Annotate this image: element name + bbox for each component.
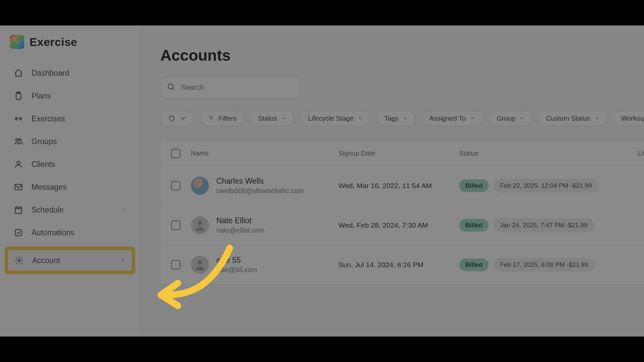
page-title: Accounts bbox=[140, 25, 644, 77]
chevron-down-icon bbox=[281, 116, 286, 121]
brand-logo-icon bbox=[10, 35, 24, 49]
col-signup[interactable]: Signup Date bbox=[338, 149, 459, 157]
calendar-icon bbox=[13, 205, 23, 215]
avatar bbox=[191, 177, 209, 195]
tags-pill[interactable]: Tags bbox=[377, 111, 416, 126]
name-cell: allie 55 allie@55.com bbox=[191, 256, 338, 274]
row-status-cell: Billed Feb 22, 2025, 12:04 PM -$21.99 bbox=[459, 179, 620, 193]
sidebar-item-account-highlight: Account bbox=[5, 247, 135, 274]
pill-label: Custom Status bbox=[546, 115, 590, 122]
sidebar-item-automations[interactable]: Automations bbox=[7, 222, 132, 243]
sidebar-item-groups[interactable]: Groups bbox=[7, 131, 132, 152]
sidebar-item-messages[interactable]: Messages bbox=[7, 176, 132, 198]
sidebar-item-exercises[interactable]: Exercises bbox=[7, 108, 132, 129]
sidebar-item-plans[interactable]: Plans bbox=[7, 85, 132, 107]
table-row[interactable]: Charles Wells cwells508@sllewselrahc.com… bbox=[161, 166, 644, 205]
pill-label: Assigned To bbox=[429, 115, 466, 122]
row-lifecycle: Client bbox=[620, 182, 644, 190]
svg-point-3 bbox=[19, 139, 21, 141]
billing-chip: Jan 24, 2025, 7:47 PM -$21.99 bbox=[493, 218, 594, 232]
svg-rect-6 bbox=[15, 207, 22, 214]
sidebar-item-label: Plans bbox=[32, 92, 51, 101]
filter-row: Filters Status Lifecycle Stage Tags Assi… bbox=[140, 98, 644, 126]
clipboard-icon bbox=[13, 91, 23, 101]
billing-chip: Feb 22, 2025, 12:04 PM -$21.99 bbox=[493, 179, 599, 193]
search-box[interactable] bbox=[160, 77, 301, 98]
pill-label: Group bbox=[497, 115, 516, 122]
sidebar-item-label: Automations bbox=[32, 228, 74, 237]
row-lifecycle: Client bbox=[620, 221, 644, 229]
chevron-right-icon bbox=[120, 257, 126, 264]
name-cell: Nate Elliot nate@elliot.com bbox=[191, 216, 338, 234]
select-all-checkbox[interactable] bbox=[161, 149, 191, 158]
dumbbell-icon bbox=[13, 114, 23, 124]
accounts-table: Name Signup Date Status Lifecycle Charle… bbox=[160, 141, 644, 285]
gear-icon bbox=[14, 255, 24, 265]
heart-icon bbox=[168, 115, 175, 122]
row-name: Nate Elliot bbox=[216, 216, 265, 225]
group-pill[interactable]: Group bbox=[489, 111, 533, 126]
lifecycle-pill[interactable]: Lifecycle Stage bbox=[300, 111, 371, 126]
row-email: cwells508@sllewselrahc.com bbox=[216, 187, 304, 195]
pill-label: Status bbox=[258, 115, 277, 122]
col-name[interactable]: Name bbox=[191, 149, 338, 157]
row-checkbox[interactable] bbox=[161, 260, 191, 269]
col-status[interactable]: Status bbox=[459, 149, 620, 157]
sidebar: Exercise Dashboard Plans Exercises bbox=[0, 25, 140, 337]
customstatus-pill[interactable]: Custom Status bbox=[538, 111, 607, 126]
chevron-right-icon bbox=[120, 205, 126, 215]
brand-name: Exercise bbox=[30, 36, 77, 49]
status-badge: Billed bbox=[459, 258, 489, 271]
filters-pill[interactable]: Filters bbox=[201, 111, 244, 126]
pill-label: Workout Plan bbox=[621, 115, 644, 122]
svg-rect-7 bbox=[15, 230, 22, 236]
sidebar-item-account[interactable]: Account bbox=[8, 250, 132, 271]
checkbox-icon bbox=[13, 228, 23, 238]
table-row[interactable]: Nate Elliot nate@elliot.com Wed, Feb 28,… bbox=[161, 205, 644, 245]
main-content: Accounts Filters Status Lifecycle Stage bbox=[140, 25, 644, 337]
row-status-cell: Billed Feb 17, 2025, 6:08 PM -$21.99 bbox=[459, 258, 620, 272]
home-icon bbox=[13, 68, 23, 78]
status-pill[interactable]: Status bbox=[250, 111, 294, 126]
brand: Exercise bbox=[0, 35, 140, 62]
row-checkbox[interactable] bbox=[161, 181, 191, 190]
row-email: nate@elliot.com bbox=[216, 227, 265, 234]
chevron-down-icon bbox=[179, 115, 187, 122]
chevron-down-icon bbox=[519, 116, 525, 121]
sidebar-item-label: Clients bbox=[32, 160, 55, 169]
chevron-down-icon bbox=[470, 116, 475, 121]
billing-chip: Feb 17, 2025, 6:08 PM -$21.99 bbox=[493, 258, 595, 272]
col-lifecycle[interactable]: Lifecycle bbox=[620, 149, 644, 157]
chevron-down-icon bbox=[594, 116, 599, 121]
search-icon bbox=[167, 82, 175, 93]
search-input[interactable] bbox=[181, 83, 294, 92]
row-lifecycle: Client bbox=[620, 261, 644, 269]
sidebar-item-label: Groups bbox=[32, 137, 57, 146]
favorites-pill[interactable] bbox=[160, 111, 195, 126]
sidebar-item-dashboard[interactable]: Dashboard bbox=[7, 62, 132, 84]
row-signup: Wed, Mar 16, 2022, 11:54 AM bbox=[338, 182, 459, 190]
name-cell: Charles Wells cwells508@sllewselrahc.com bbox=[191, 177, 338, 195]
row-name: Charles Wells bbox=[216, 177, 304, 186]
filters-label: Filters bbox=[218, 115, 236, 122]
sidebar-item-label: Exercises bbox=[32, 114, 65, 123]
letterbox-bottom bbox=[0, 337, 644, 362]
svg-point-10 bbox=[198, 221, 202, 225]
row-checkbox[interactable] bbox=[161, 221, 191, 230]
chevron-down-icon bbox=[358, 116, 363, 121]
row-signup: Wed, Feb 28, 2024, 7:30 AM bbox=[338, 221, 459, 229]
assignedto-pill[interactable]: Assigned To bbox=[422, 111, 483, 126]
svg-rect-5 bbox=[15, 184, 22, 190]
pill-label: Tags bbox=[384, 115, 398, 122]
letterbox-top bbox=[0, 0, 644, 25]
pill-label: Lifecycle Stage bbox=[308, 115, 354, 122]
sidebar-item-clients[interactable]: Clients bbox=[7, 154, 132, 175]
table-header: Name Signup Date Status Lifecycle bbox=[161, 141, 644, 166]
sidebar-nav: Dashboard Plans Exercises Groups bbox=[0, 62, 140, 274]
sidebar-item-schedule[interactable]: Schedule bbox=[7, 199, 132, 221]
user-icon bbox=[13, 159, 23, 169]
row-signup: Sun, Jul 14, 2024, 6:16 PM bbox=[338, 261, 459, 269]
workoutplan-pill[interactable]: Workout Plan bbox=[613, 111, 644, 126]
table-row[interactable]: allie 55 allie@55.com Sun, Jul 14, 2024,… bbox=[161, 245, 644, 285]
svg-point-9 bbox=[168, 84, 173, 89]
